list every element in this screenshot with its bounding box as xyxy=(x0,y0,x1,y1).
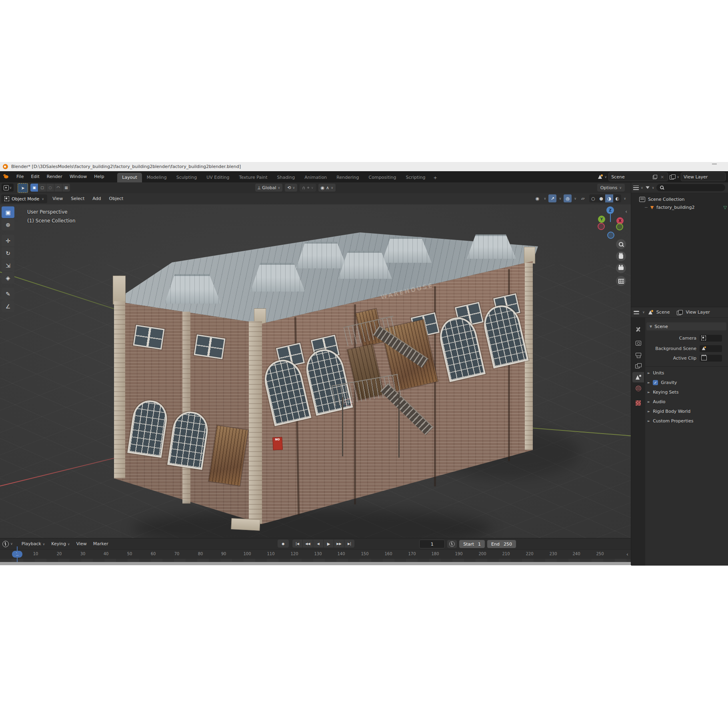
gizmo-minus-x-axis[interactable] xyxy=(598,223,605,230)
tool-scale-button[interactable]: ⇲ xyxy=(2,260,14,271)
current-frame-input[interactable]: 1 xyxy=(419,540,445,548)
outliner-display-icon[interactable] xyxy=(633,186,639,190)
keying-sets-section[interactable]: ► Keying Sets xyxy=(648,388,728,396)
chevron-down-icon[interactable]: ∨ xyxy=(641,186,643,190)
shading-material-icon[interactable]: ◑ xyxy=(605,194,613,202)
select-mode-pick[interactable]: ▦ xyxy=(62,184,70,192)
menu-help[interactable]: Help xyxy=(90,171,108,182)
select-mode-box[interactable]: ▢ xyxy=(38,184,46,192)
options-dropdown[interactable]: Options ∨ xyxy=(597,184,625,192)
tab-shading[interactable]: Shading xyxy=(272,173,300,182)
chevron-down-icon[interactable]: ∨ xyxy=(544,197,546,200)
shading-solid-icon[interactable]: ● xyxy=(597,194,605,202)
factory-building-model[interactable]: WAREHOUSE NO xyxy=(108,232,556,532)
select-mode-lasso[interactable]: ◠ xyxy=(54,184,62,192)
chevron-down-icon[interactable]: ∨ xyxy=(624,197,626,200)
gizmo-z-axis[interactable]: Z xyxy=(606,206,614,214)
mode-dropdown[interactable]: Object Mode ∨ xyxy=(1,194,47,203)
minimize-icon[interactable] xyxy=(712,164,717,164)
gizmo-minus-z-axis[interactable] xyxy=(607,232,614,239)
tool-measure-button[interactable]: ∠ xyxy=(2,300,14,312)
select-mode-tweak[interactable]: ▣ xyxy=(30,184,38,192)
gizmo-y-axis[interactable]: Y xyxy=(598,216,605,223)
audio-section[interactable]: ► Audio xyxy=(648,398,728,406)
chevron-down-icon[interactable]: ∨ xyxy=(574,197,576,200)
jump-to-end-button[interactable]: ▶| xyxy=(344,540,354,548)
tab-texture-paint[interactable]: Texture Paint xyxy=(234,173,272,182)
menu-render[interactable]: Render xyxy=(43,171,66,182)
tab-sculpting[interactable]: Sculpting xyxy=(172,173,202,182)
properties-editor-icon[interactable] xyxy=(634,310,639,315)
tool-rotate-button[interactable]: ↻ xyxy=(2,247,14,259)
gravity-checkbox[interactable]: ✓ xyxy=(653,380,658,385)
rigid-body-world-section[interactable]: ► Rigid Body World xyxy=(648,407,728,415)
orientation-dropdown[interactable]: ⟂ Global ∨ xyxy=(255,184,282,192)
viewport-canvas[interactable]: WAREHOUSE NO User Perspective (1) Scene … xyxy=(0,204,631,538)
tab-tool[interactable] xyxy=(632,324,644,334)
menu-window[interactable]: Window xyxy=(66,171,90,182)
view-layer-selector[interactable]: View Layer xyxy=(681,172,726,181)
scene-browse-icon[interactable] xyxy=(598,174,603,179)
menu-object[interactable]: Object xyxy=(106,194,126,203)
tab-uv-editing[interactable]: UV Editing xyxy=(202,173,234,182)
menu-add[interactable]: Add xyxy=(90,194,104,203)
active-clip-input[interactable] xyxy=(700,355,722,362)
new-scene-icon[interactable] xyxy=(653,175,657,179)
visibility-icon[interactable]: ◉ xyxy=(534,194,542,202)
pan-button[interactable] xyxy=(616,251,626,261)
menu-keying[interactable]: Keying ∨ xyxy=(48,541,73,546)
overlays-toggle-icon[interactable]: ◎ xyxy=(564,194,572,202)
editor-type-button[interactable]: ∨ xyxy=(2,184,14,192)
tool-cursor-button[interactable]: ⊕ xyxy=(2,219,14,230)
scene-selector[interactable]: Scene × xyxy=(608,172,668,181)
camera-view-button[interactable] xyxy=(616,263,626,273)
chevron-down-icon[interactable]: ∨ xyxy=(652,186,654,190)
tool-select-box-button[interactable]: ▣ xyxy=(2,206,14,218)
tab-animation[interactable]: Animation xyxy=(300,173,332,182)
tab-view-layer[interactable] xyxy=(632,361,644,371)
menu-select[interactable]: Select xyxy=(68,194,87,203)
active-tool-button[interactable]: ➤ xyxy=(18,183,28,193)
tab-texture[interactable] xyxy=(632,398,644,408)
play-button[interactable]: ▶ xyxy=(324,540,334,548)
menu-view[interactable]: View xyxy=(50,194,66,203)
tab-scene[interactable] xyxy=(632,372,644,382)
tool-transform-button[interactable]: ◈ xyxy=(2,272,14,284)
tool-annotate-button[interactable]: ✎ xyxy=(2,288,14,300)
chevron-down-icon[interactable]: ∨ xyxy=(677,175,679,179)
custom-properties-section[interactable]: ► Custom Properties xyxy=(648,417,728,425)
tab-render[interactable] xyxy=(632,338,644,348)
tab-compositing[interactable]: Compositing xyxy=(364,173,401,182)
pivot-dropdown[interactable]: ⟲ ∨ xyxy=(285,184,297,192)
chevron-down-icon[interactable]: ∨ xyxy=(604,175,607,179)
menu-file[interactable]: File xyxy=(13,171,27,182)
3d-cursor[interactable] xyxy=(345,399,352,406)
prev-keyframe-button[interactable]: ◀◀ xyxy=(303,540,313,548)
viewlayer-browse-icon[interactable] xyxy=(670,174,675,179)
menu-playback[interactable]: Playback ∨ xyxy=(18,541,48,546)
breadcrumb-view-layer[interactable]: View Layer xyxy=(686,310,710,315)
tab-layout[interactable]: Layout xyxy=(117,173,142,182)
play-reverse-button[interactable]: ◀ xyxy=(313,540,323,548)
xray-toggle-icon[interactable]: ▱ xyxy=(579,194,587,202)
jump-to-start-button[interactable]: |◀ xyxy=(292,540,302,548)
gravity-section[interactable]: ► ✓ Gravity xyxy=(648,378,728,386)
auto-keyframe-button[interactable] xyxy=(447,540,457,548)
ortho-toggle-button[interactable] xyxy=(616,276,626,286)
scene-section-header[interactable]: ▼ Scene xyxy=(646,322,726,330)
chevron-down-icon[interactable]: ∨ xyxy=(642,310,645,314)
filter-icon[interactable] xyxy=(646,186,650,189)
breadcrumb-scene[interactable]: Scene xyxy=(656,310,670,315)
tab-output[interactable] xyxy=(632,350,644,360)
unlink-scene-icon[interactable]: × xyxy=(659,174,665,180)
gizmo-minus-y-axis[interactable] xyxy=(616,223,623,230)
blender-menu-icon[interactable] xyxy=(3,174,10,180)
menu-view-timeline[interactable]: View xyxy=(73,541,90,546)
shading-wireframe-icon[interactable]: ○ xyxy=(589,194,597,202)
timeline-ruler[interactable]: 1 10 20 30 40 50 60 70 80 90 100 110 120… xyxy=(0,549,631,559)
start-frame-input[interactable]: Start 1 xyxy=(459,540,485,548)
background-scene-input[interactable] xyxy=(700,345,722,352)
record-button[interactable]: ● xyxy=(278,540,289,548)
tab-world[interactable] xyxy=(632,383,644,394)
tool-move-button[interactable]: ✛ xyxy=(2,235,14,246)
